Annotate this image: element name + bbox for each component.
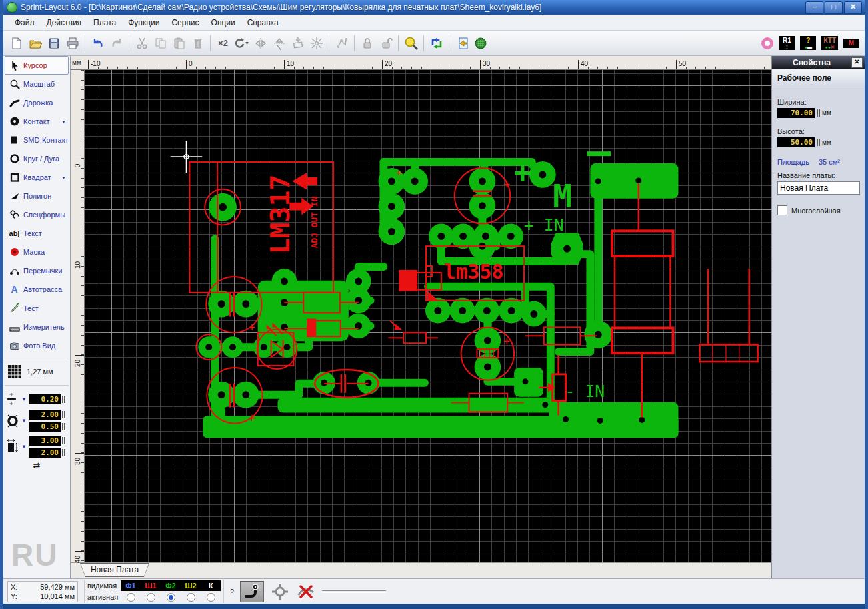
track-width-value[interactable]: 0.20 [29, 394, 61, 404]
board-name-input[interactable] [777, 181, 860, 195]
radio-layer-f1[interactable] [121, 593, 141, 602]
layer-f2-toggle[interactable]: Ф2 [161, 580, 181, 591]
tool-measure[interactable]: Измеритель [5, 318, 69, 336]
spinner-icon[interactable] [817, 109, 820, 117]
menu-functions[interactable]: Функции [122, 16, 165, 29]
radio-layer-k[interactable] [201, 593, 221, 602]
spinner-icon[interactable] [62, 437, 65, 444]
paste-button[interactable] [170, 34, 188, 52]
dropdown-arrow-icon[interactable]: ▼ [61, 119, 66, 124]
tool-polygon[interactable]: Полигон [5, 187, 69, 205]
multilayer-checkbox[interactable] [777, 205, 787, 215]
grid-selector[interactable]: 1,27 мм [3, 361, 70, 382]
duplicate-button[interactable]: ×2 [214, 34, 232, 52]
r1-designator-button[interactable]: R1⁞ [779, 36, 795, 50]
minimize-button[interactable]: – [805, 1, 823, 14]
spinner-icon[interactable] [62, 423, 65, 430]
photo-view-button[interactable] [471, 34, 489, 52]
redo-button[interactable] [107, 34, 125, 52]
mirror-vertical-button[interactable] [270, 34, 288, 52]
multilayer-option[interactable]: Многослойная [777, 205, 859, 215]
tool-special-forms[interactable]: Спецформы [5, 205, 69, 224]
tool-text[interactable]: ab|Текст [5, 224, 69, 243]
spinner-icon[interactable] [62, 411, 65, 418]
swap-dimensions-button[interactable]: ⇄ [3, 460, 70, 470]
menu-board[interactable]: Плата [87, 16, 122, 29]
lock-button[interactable] [358, 34, 376, 52]
maximize-button[interactable]: □ [825, 1, 843, 14]
board-tab-label: Новая Плата [81, 564, 149, 576]
unlock-button[interactable] [377, 34, 395, 52]
menu-options[interactable]: Опции [205, 16, 241, 29]
layer-s2-toggle[interactable]: Ш2 [181, 580, 201, 591]
tool-mask[interactable]: Маска [5, 243, 69, 261]
spinner-icon[interactable] [62, 449, 65, 456]
board-tab[interactable]: Новая Плата [80, 563, 149, 577]
layer-visibility-strip: Ф1 Ш1 Ф2 Ш2 К [121, 580, 221, 591]
track-mode-button[interactable] [240, 581, 264, 602]
new-file-button[interactable] [7, 34, 25, 52]
m-button[interactable]: M [843, 39, 859, 48]
smd-height-value[interactable]: 2.00 [29, 448, 61, 458]
menu-actions[interactable]: Действия [41, 16, 88, 29]
spinner-icon[interactable] [817, 139, 820, 146]
tool-zoom[interactable]: Масштаб [5, 75, 69, 93]
panel-close-button[interactable]: ✕ [851, 57, 863, 68]
menu-help[interactable]: Справка [241, 16, 285, 29]
ktt-button[interactable]: КТТ●●✕ [821, 36, 838, 50]
board-height-value[interactable]: 50.00 [777, 137, 815, 147]
dropdown-arrow-icon[interactable]: ▼ [21, 396, 27, 402]
print-button[interactable] [63, 34, 81, 52]
grid-value: 1,27 мм [27, 368, 53, 376]
snap-center-button[interactable] [307, 34, 325, 52]
tool-track[interactable]: Дорожка [5, 93, 69, 112]
tool-autoroute[interactable]: AАвтотрасса [5, 280, 69, 299]
tool-photo-view[interactable]: Фото Вид [5, 336, 69, 355]
radio-layer-s1[interactable] [141, 593, 161, 602]
layer-f1-toggle[interactable]: Ф1 [121, 580, 141, 591]
layer-k-toggle[interactable]: К [201, 580, 221, 591]
import-button[interactable] [453, 34, 471, 52]
tool-smd-pad[interactable]: SMD-Контакт [5, 131, 69, 149]
tool-jumpers[interactable]: Перемычки [5, 261, 69, 280]
pcb-canvas[interactable]: + M + IN - IN [85, 70, 771, 562]
undo-button[interactable] [89, 34, 107, 52]
menu-service[interactable]: Сервис [165, 16, 205, 29]
smd-width-value[interactable]: 3.00 [29, 436, 61, 446]
menu-file[interactable]: Файл [9, 16, 41, 29]
connections-button[interactable] [333, 34, 351, 52]
close-button[interactable]: ✕ [844, 1, 862, 14]
pad-outer-value[interactable]: 2.00 [29, 410, 61, 420]
spinner-icon[interactable] [62, 396, 65, 403]
copy-button[interactable] [151, 34, 169, 52]
dropdown-arrow-icon[interactable]: ▼ [21, 444, 27, 450]
tool-test[interactable]: Тест [5, 299, 69, 318]
layer-s1-toggle[interactable]: Ш1 [141, 580, 161, 591]
dropdown-arrow-icon[interactable]: ▼ [61, 175, 66, 180]
macro-donut-icon[interactable] [761, 37, 773, 49]
layer-help[interactable]: ? [230, 588, 234, 596]
board-width-value[interactable]: 70.00 [777, 108, 815, 118]
check-button[interactable]: ?●▬ [800, 36, 816, 50]
autosnap-button[interactable] [270, 582, 290, 602]
dropdown-arrow-icon[interactable]: ▼ [21, 418, 27, 424]
tool-pad[interactable]: Контакт▼ [5, 112, 69, 131]
mirror-horizontal-button[interactable] [251, 34, 269, 52]
rotate-button[interactable]: ▼ [233, 34, 251, 52]
radio-layer-f2[interactable] [161, 593, 181, 602]
tool-cursor[interactable]: Курсор [5, 56, 69, 75]
swap-layers-button[interactable] [427, 34, 445, 52]
save-button[interactable] [45, 34, 63, 52]
workfield-section-title: Рабочее поле [772, 69, 865, 87]
pad-icon [9, 116, 20, 127]
pad-drill-value[interactable]: 0.50 [29, 422, 61, 432]
tool-square[interactable]: Квадрат▼ [5, 168, 69, 187]
cut-button[interactable] [133, 34, 151, 52]
align-button[interactable] [289, 34, 307, 52]
rubberband-off-button[interactable] [296, 582, 316, 602]
zoom-button[interactable] [402, 34, 420, 52]
radio-layer-s2[interactable] [181, 593, 201, 602]
tool-circle-arc[interactable]: Круг / Дуга [5, 149, 69, 168]
delete-button[interactable] [189, 34, 207, 52]
open-file-button[interactable] [26, 34, 44, 52]
